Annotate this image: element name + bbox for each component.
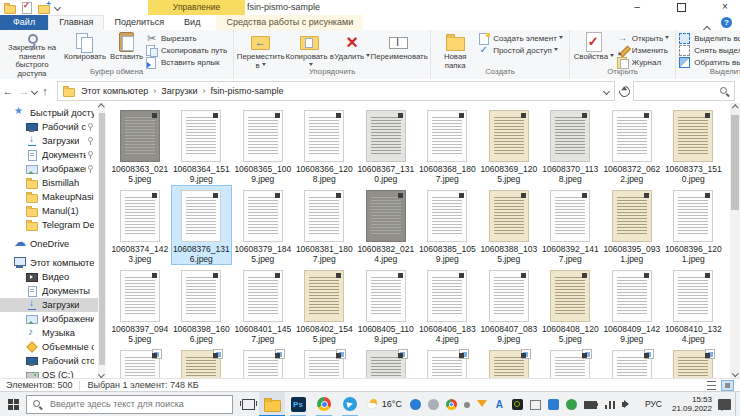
file-item-partial[interactable] (232, 345, 294, 378)
breadcrumb-item[interactable]: fsin-pismo-sample (209, 86, 286, 96)
sidebar-scrollbar-thumb[interactable] (99, 113, 105, 365)
file-item[interactable]: 10608370_1138.jpeg (540, 105, 602, 185)
taskbar-search-box[interactable] (26, 395, 233, 414)
view-details-icon[interactable] (705, 380, 718, 391)
language-indicator[interactable]: РУС (645, 399, 662, 409)
close-button[interactable]: × (710, 0, 740, 15)
file-item-partial[interactable] (478, 345, 540, 378)
qat-properties-icon[interactable] (21, 2, 32, 13)
ribbon-copy-path-button[interactable]: Скопировать путь (145, 44, 231, 56)
restore-button[interactable] (666, 0, 696, 15)
sidebar-item-desktop-0[interactable]: Рабочий стол (0, 120, 98, 134)
sidebar-scrollbar[interactable] (98, 103, 106, 378)
file-item[interactable]: 10608363_0215.jpeg (109, 105, 171, 185)
file-item[interactable]: 10608368_1807.jpeg (417, 105, 479, 185)
sidebar-item-drive-7[interactable]: OS (C:) (0, 368, 98, 378)
breadcrumb-item[interactable]: Этот компьютер (79, 86, 150, 96)
file-item-partial[interactable] (663, 345, 725, 378)
back-button[interactable]: ← (0, 85, 16, 97)
breadcrumb-item[interactable]: Загрузки (159, 86, 199, 96)
ribbon-select-none-button[interactable]: Снять выделение (678, 44, 740, 56)
sidebar-item-folder-4[interactable]: Bismillah (0, 176, 98, 190)
sidebar-scroll-up-icon[interactable] (98, 104, 104, 110)
taskbar-chrome-button[interactable] (311, 392, 337, 416)
file-item[interactable]: 10608364_1519.jpeg (171, 105, 233, 185)
sidebar-item-folder-6[interactable]: Manul(1) (0, 204, 98, 218)
qat-explorer-icon[interactable] (4, 2, 15, 13)
file-item[interactable]: 10608401_1457.jpeg (232, 265, 294, 345)
start-button[interactable] (0, 399, 26, 410)
tray-app-icon-gray[interactable] (428, 399, 439, 410)
ribbon-select-all-button[interactable]: Выделить все (678, 32, 740, 44)
sidebar-scroll-down-icon[interactable] (98, 371, 104, 377)
sidebar-item-pictures-3[interactable]: Изображения (0, 312, 98, 326)
sidebar-item-pictures-3[interactable]: Изображения (0, 162, 98, 176)
tab-view[interactable]: Вид (174, 15, 210, 30)
taskbar-explorer-button[interactable] (259, 392, 285, 416)
battery-icon[interactable] (584, 401, 597, 409)
sidebar-section-quick-access[interactable]: Быстрый доступ (0, 106, 98, 120)
file-item-partial[interactable] (171, 345, 233, 378)
ribbon-new-item-button[interactable]: Создать элемент (477, 32, 567, 44)
tab-share[interactable]: Поделиться (104, 15, 174, 30)
file-item-partial[interactable] (355, 345, 417, 378)
minimize-button[interactable]: – (622, 0, 652, 15)
file-item[interactable]: 10608367_1310.jpeg (355, 105, 417, 185)
sidebar-item-downloads-2[interactable]: Загрузки (0, 298, 98, 312)
sidebar-item-desktop-6[interactable]: Рабочий стол (0, 354, 98, 368)
file-item[interactable]: 10608376_1316.jpeg (171, 185, 233, 265)
scrollbar-thumb[interactable] (731, 115, 739, 210)
sidebar-item-folder-7[interactable]: Telegram Deskto (0, 218, 98, 232)
file-item[interactable]: 10608385_1059.jpeg (417, 185, 479, 265)
file-item[interactable]: 10608365_1009.jpeg (232, 105, 294, 185)
file-item[interactable]: 10608388_1035.jpeg (478, 185, 540, 265)
file-item[interactable]: 10608382_0214.jpeg (355, 185, 417, 265)
file-item[interactable]: 10608407_0839.jpeg (478, 265, 540, 345)
file-item[interactable]: 10608396_1201.jpeg (663, 185, 725, 265)
file-item[interactable]: 10608372_0622.jpeg (601, 105, 663, 185)
tab-file[interactable]: Файл (0, 15, 48, 30)
sidebar-item-objects3d-5[interactable]: Объемные объ (0, 340, 98, 354)
file-item[interactable]: 10608369_1205.jpeg (478, 105, 540, 185)
sidebar-item-music-4[interactable]: Музыка (0, 326, 98, 340)
nvidia-tray-icon[interactable] (512, 399, 523, 410)
tray-dot-icon[interactable] (464, 402, 470, 408)
file-item[interactable]: 10608410_1324.jpeg (663, 265, 725, 345)
address-box[interactable]: Этот компьютер›Загрузки›fsin-pismo-sampl… (57, 81, 615, 101)
file-item[interactable]: 10608379_1845.jpeg (232, 185, 294, 265)
tray-letter-a-icon[interactable]: A (494, 399, 505, 410)
taskbar-search-input[interactable] (48, 398, 226, 410)
file-item[interactable]: 10608397_0945.jpeg (109, 265, 171, 345)
view-thumbnails-icon[interactable] (721, 380, 734, 391)
sidebar-section-onedrive[interactable]: OneDrive (0, 237, 98, 251)
sidebar-item-folder-5[interactable]: MakeupNasi (0, 190, 98, 204)
tray-arrow-orange-icon[interactable] (477, 400, 487, 412)
file-item[interactable]: 10608395_0931.jpeg (601, 185, 663, 265)
help-icon[interactable]: ? (721, 17, 732, 28)
context-tab-header[interactable]: Управление (148, 0, 245, 15)
taskbar-telegram-button[interactable] (337, 392, 363, 416)
file-item[interactable]: 10608373_1510.jpeg (663, 105, 725, 185)
file-item[interactable]: 10608402_1545.jpeg (294, 265, 356, 345)
sidebar-item-downloads-1[interactable]: Загрузки (0, 134, 98, 148)
ribbon-open-button[interactable]: →Открыть (616, 32, 673, 44)
explorer-search-input[interactable] (639, 85, 720, 97)
clock[interactable]: 15:53 21.09.2022 (672, 395, 712, 413)
file-item[interactable]: 10608374_1423.jpeg (109, 185, 171, 265)
task-view-button[interactable] (237, 399, 259, 410)
refresh-button[interactable] (615, 86, 633, 97)
file-item-partial[interactable] (109, 345, 171, 378)
file-item[interactable]: 10608405_1109.jpeg (355, 265, 417, 345)
show-desktop-button[interactable] (735, 392, 740, 416)
ribbon-edit-button[interactable]: Изменить (616, 44, 673, 56)
file-item[interactable]: 10608381_1807.jpeg (294, 185, 356, 265)
file-item[interactable]: 10608366_1208.jpeg (294, 105, 356, 185)
file-item[interactable]: 10608409_1429.jpeg (601, 265, 663, 345)
file-item[interactable]: 10608408_1205.jpeg (540, 265, 602, 345)
qat-customize-chevron-icon[interactable] (54, 4, 61, 11)
tray-app-icon-blue[interactable] (410, 399, 421, 410)
file-item-partial[interactable] (417, 345, 479, 378)
file-item[interactable]: 10608406_1834.jpeg (417, 265, 479, 345)
taskbar-photoshop-button[interactable]: Ps (285, 392, 311, 416)
tray-window-icon[interactable] (530, 400, 541, 410)
